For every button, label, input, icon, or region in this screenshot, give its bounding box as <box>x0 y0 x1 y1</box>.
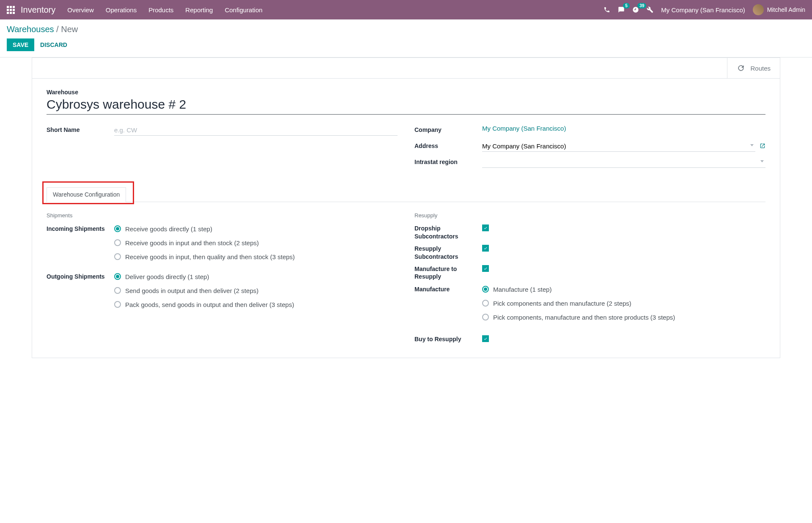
form-wrap: Routes Warehouse Short Name Company <box>0 58 812 375</box>
outgoing-opt-1[interactable]: Deliver goods directly (1 step) <box>114 272 398 281</box>
outgoing-label: Outgoing Shipments <box>47 272 114 280</box>
short-name-input[interactable] <box>114 125 398 136</box>
radio-icon <box>482 286 489 293</box>
routes-label: Routes <box>750 65 771 72</box>
external-link-icon[interactable] <box>760 143 765 150</box>
nav-products[interactable]: Products <box>148 6 173 14</box>
intrastat-input[interactable] <box>482 157 765 168</box>
address-row: Address <box>414 141 765 153</box>
shipments-title: Shipments <box>47 212 398 219</box>
dropship-checkbox[interactable] <box>482 225 489 231</box>
user-menu[interactable]: Mitchell Admin <box>753 4 805 15</box>
form-sheet: Routes Warehouse Short Name Company <box>32 58 780 358</box>
intrastat-row: Intrastat region <box>414 157 765 170</box>
tab-content: Shipments Incoming Shipments Receive goo… <box>47 202 765 348</box>
routes-stat-button[interactable]: Routes <box>727 58 780 78</box>
avatar <box>753 4 764 15</box>
messages-badge: 5 <box>623 3 630 8</box>
messages-icon[interactable]: 5 <box>618 6 625 13</box>
shipments-col: Shipments Incoming Shipments Receive goo… <box>47 212 398 348</box>
company-label: Company <box>414 125 482 133</box>
resupply-col: Resupply Dropship Subcontractors Resuppl… <box>414 212 765 348</box>
app-brand[interactable]: Inventory <box>21 5 55 15</box>
tab-warehouse-config[interactable]: Warehouse Configuration <box>47 187 126 202</box>
two-col: Short Name Company My Company (San Franc… <box>47 125 765 173</box>
address-input[interactable] <box>482 141 755 152</box>
outgoing-radio-group: Deliver goods directly (1 step) Send goo… <box>114 272 398 314</box>
check-icon <box>483 266 488 271</box>
right-col: Company My Company (San Francisco) Addre… <box>414 125 765 173</box>
nav-configuration[interactable]: Configuration <box>225 6 262 14</box>
manuf-resupply-checkbox[interactable] <box>482 265 489 272</box>
user-name: Mitchell Admin <box>767 6 805 13</box>
radio-icon <box>114 253 121 260</box>
incoming-opt-3[interactable]: Receive goods in input, then quality and… <box>114 252 398 261</box>
breadcrumb: Warehouses / New <box>7 25 805 34</box>
dropship-label: Dropship Subcontractors <box>414 225 482 241</box>
manufacture-radio-group: Manufacture (1 step) Pick components and… <box>482 285 765 327</box>
resupply-sub-label: Resupply Subcontractors <box>414 245 482 261</box>
chevron-down-icon[interactable] <box>750 144 754 146</box>
resupply-title: Resupply <box>414 212 765 219</box>
radio-icon <box>114 287 121 294</box>
activities-badge: 39 <box>637 3 646 8</box>
buy-resupply-checkbox[interactable] <box>482 335 489 342</box>
manuf-resupply-label: Manufacture to Resupply <box>414 265 482 281</box>
address-label: Address <box>414 141 482 149</box>
check-icon <box>483 337 488 341</box>
company-row: Company My Company (San Francisco) <box>414 125 765 137</box>
top-nav: Inventory Overview Operations Products R… <box>0 0 812 19</box>
breadcrumb-sep: / <box>56 25 61 34</box>
nav-reporting[interactable]: Reporting <box>185 6 213 14</box>
radio-icon <box>482 300 489 307</box>
buy-resupply-label: Buy to Resupply <box>414 335 482 343</box>
check-icon <box>483 246 488 250</box>
radio-icon <box>114 273 121 280</box>
outgoing-opt-2[interactable]: Send goods in output and then deliver (2… <box>114 286 398 295</box>
radio-icon <box>114 239 121 246</box>
short-name-row: Short Name <box>47 125 398 137</box>
debug-icon[interactable] <box>647 6 653 13</box>
outgoing-opt-3[interactable]: Pack goods, send goods in output and the… <box>114 300 398 309</box>
manufacture-opt-1[interactable]: Manufacture (1 step) <box>482 285 765 294</box>
apps-icon[interactable] <box>7 6 15 14</box>
nav-operations[interactable]: Operations <box>106 6 137 14</box>
button-box: Routes <box>32 58 780 79</box>
resupply-sub-row: Resupply Subcontractors <box>414 245 765 261</box>
dropship-row: Dropship Subcontractors <box>414 225 765 241</box>
radio-icon <box>482 314 489 320</box>
phone-icon[interactable] <box>604 6 610 13</box>
save-button[interactable]: SAVE <box>7 38 34 51</box>
intrastat-label: Intrastat region <box>414 157 482 165</box>
tabs-area: Warehouse Configuration Shipments Incomi… <box>47 187 765 348</box>
company-value[interactable]: My Company (San Francisco) <box>482 125 566 132</box>
incoming-opt-1[interactable]: Receive goods directly (1 step) <box>114 225 398 233</box>
breadcrumb-parent[interactable]: Warehouses <box>7 25 54 34</box>
company-selector[interactable]: My Company (San Francisco) <box>661 6 745 14</box>
form-body: Warehouse Short Name Company My C <box>32 79 780 358</box>
buy-resupply-row: Buy to Resupply <box>414 335 765 343</box>
tabs: Warehouse Configuration <box>47 187 765 202</box>
outgoing-shipments-group: Outgoing Shipments Deliver goods directl… <box>47 272 398 314</box>
control-bar: Warehouses / New SAVE DISCARD <box>0 19 812 51</box>
resupply-sub-checkbox[interactable] <box>482 245 489 252</box>
radio-icon <box>114 225 121 232</box>
short-name-label: Short Name <box>47 125 114 133</box>
refresh-icon <box>737 64 745 72</box>
nav-overview[interactable]: Overview <box>67 6 94 14</box>
discard-button[interactable]: DISCARD <box>40 41 67 48</box>
incoming-opt-2[interactable]: Receive goods in input and then stock (2… <box>114 238 398 247</box>
check-icon <box>483 226 488 230</box>
manufacture-opt-2[interactable]: Pick components and then manufacture (2 … <box>482 299 765 308</box>
incoming-label: Incoming Shipments <box>47 225 114 232</box>
chevron-down-icon[interactable] <box>760 160 764 162</box>
activities-icon[interactable]: 39 <box>632 6 639 13</box>
incoming-shipments-group: Incoming Shipments Receive goods directl… <box>47 225 398 266</box>
manuf-resupply-row: Manufacture to Resupply <box>414 265 765 281</box>
breadcrumb-current: New <box>61 25 78 34</box>
warehouse-label: Warehouse <box>47 89 765 96</box>
incoming-radio-group: Receive goods directly (1 step) Receive … <box>114 225 398 266</box>
nav-links: Overview Operations Products Reporting C… <box>67 6 604 14</box>
manufacture-opt-3[interactable]: Pick components, manufacture and then st… <box>482 313 765 322</box>
warehouse-name-input[interactable] <box>47 96 765 115</box>
